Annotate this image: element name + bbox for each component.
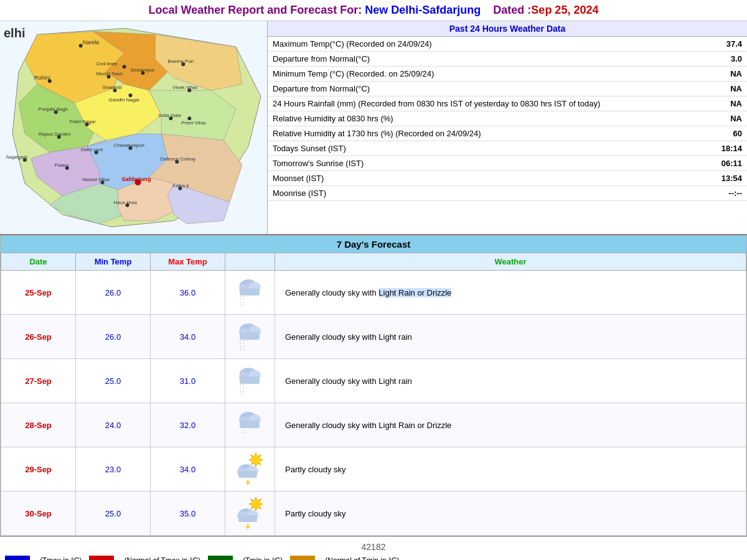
- forecast-max: 32.0: [151, 403, 225, 447]
- svg-text:Defence Colony: Defence Colony: [160, 156, 195, 162]
- svg-text:Model Town: Model Town: [96, 71, 123, 77]
- legend-color-box: [208, 556, 233, 560]
- weather-table-body: Maximum Temp(°C) (Recorded on 24/09/24)3…: [268, 37, 747, 201]
- forecast-max: 35.0: [151, 492, 225, 536]
- svg-text:Shalimar: Shalimar: [103, 85, 123, 90]
- svg-line-88: [259, 463, 261, 465]
- weather-row: Tomorrow's Sunrise (IST)06:11: [268, 156, 747, 171]
- forecast-icon: [225, 492, 275, 536]
- svg-text:Vasant Vihar: Vasant Vihar: [82, 177, 110, 182]
- svg-line-89: [259, 455, 261, 457]
- svg-text:India Gate: India Gate: [158, 113, 181, 118]
- weather-row-label: Departure from Normal(°C): [268, 82, 707, 96]
- forecast-date: 30-Sep: [1, 492, 76, 536]
- col-header-icon: [225, 253, 275, 271]
- map-label: elhi: [4, 26, 25, 40]
- svg-line-87: [251, 455, 253, 457]
- header-date: Sep 25, 2024: [531, 4, 598, 16]
- svg-point-15: [123, 65, 126, 68]
- forecast-max: 34.0: [151, 315, 225, 359]
- svg-text:: :: : :: [240, 345, 245, 351]
- forecast-row: 25-Sep26.036.0 : : : : Generally cloudy …: [1, 271, 746, 315]
- weather-row: Moonrise (IST)--:--: [268, 186, 747, 201]
- weather-row-value: 18:14: [707, 141, 747, 156]
- svg-text:Kaika ji: Kaika ji: [172, 183, 189, 189]
- svg-marker-109: [245, 523, 250, 530]
- svg-text:Civil lines: Civil lines: [96, 61, 118, 67]
- svg-text:: :: : :: [241, 428, 246, 434]
- forecast-description: Generally cloudy sky with Light Rain or …: [275, 403, 746, 447]
- svg-rect-94: [238, 471, 257, 478]
- svg-text:Hauz khas: Hauz khas: [114, 200, 138, 205]
- svg-text:Rohini: Rohini: [34, 75, 50, 81]
- weather-row-value: NA: [707, 67, 747, 82]
- svg-line-90: [251, 463, 253, 465]
- forecast-description: Generally cloudy sky with Light Rain or …: [275, 271, 746, 315]
- weather-row: Departure from Normal(°C)NA: [268, 82, 747, 96]
- forecast-date: 25-Sep: [1, 271, 76, 315]
- legend-label: (Tmin in °C): [243, 556, 283, 560]
- weather-row-value: NA: [707, 96, 747, 111]
- weather-row-label: Maximum Temp(°C) (Recorded on 24/09/24): [268, 37, 707, 52]
- forecast-icon: : : : :: [225, 271, 275, 315]
- weather-row-label: Departure from Normal(°C): [268, 52, 707, 67]
- forecast-description: Generally cloudy sky with Light rain: [275, 359, 746, 403]
- svg-text:: :: : :: [240, 294, 245, 301]
- weather-row-label: Minimum Temp (°C) (Recorded. on 25/09/24…: [268, 67, 707, 82]
- forecast-row: 27-Sep25.031.0 : : : : Generally cloudy …: [1, 359, 746, 403]
- weather-data-title: Past 24 Hours Weather Data: [268, 21, 747, 37]
- weather-row-label: Relative Humidity at 1730 hrs (%) (Recor…: [268, 126, 707, 141]
- weather-row: 24 Hours Rainfall (mm) (Recorded from 08…: [268, 96, 747, 111]
- svg-text:Seelampur: Seelampur: [131, 67, 155, 73]
- weather-data-panel: Past 24 Hours Weather Data Maximum Temp(…: [268, 21, 747, 234]
- svg-text:Delhi cant: Delhi cant: [81, 147, 103, 152]
- svg-text:Beema Puri: Beema Puri: [167, 58, 194, 64]
- legend-label: (Normal of Tmin in °C): [325, 556, 399, 560]
- weather-row: Relative Humidity at 1730 hrs (%) (Recor…: [268, 126, 747, 141]
- forecast-icon: : : : :: [225, 315, 275, 359]
- chart-section: 42182 (Tmax in °C)(Normal of Tmax in °C)…: [0, 536, 747, 560]
- col-header-date: Date: [1, 253, 76, 271]
- weather-row-value: 60: [707, 126, 747, 141]
- svg-text:Punjabi Bagh: Punjabi Bagh: [39, 106, 68, 112]
- forecast-min: 24.0: [76, 403, 151, 447]
- weather-row: Relative Humidity at 0830 hrs (%)NA: [268, 111, 747, 126]
- forecast-min: 25.0: [76, 492, 151, 536]
- weather-row-label: Tomorrow's Sunrise (IST): [268, 156, 707, 171]
- svg-text:Safdarjung: Safdarjung: [122, 176, 151, 182]
- forecast-icon: : : : :: [225, 359, 275, 403]
- forecast-table-body: 25-Sep26.036.0 : : : : Generally cloudy …: [1, 271, 746, 536]
- legend-color-box: [89, 556, 114, 560]
- weather-row-label: Todays Sunset (IST): [268, 141, 707, 156]
- weather-row-label: Moonrise (IST): [268, 186, 707, 201]
- svg-text:: :: : :: [240, 338, 245, 345]
- map-container: elhi Narela Civil lines Roh: [0, 21, 268, 234]
- svg-text:Chanakyapuri: Chanakyapuri: [114, 142, 144, 148]
- header-prefix: Local Weather Report and Forecast For:: [149, 4, 362, 16]
- forecast-description: Partly cloudy sky: [275, 447, 746, 492]
- top-section: elhi Narela Civil lines Roh: [0, 21, 747, 235]
- legend-label: (Tmax in °C): [40, 556, 82, 560]
- svg-line-101: [251, 499, 253, 501]
- forecast-row: 26-Sep26.034.0 : : : : Generally cloudy …: [1, 315, 746, 359]
- weather-row-label: 24 Hours Rainfall (mm) (Recorded from 08…: [268, 96, 707, 111]
- map-svg: Narela Civil lines Rohini Model Town See…: [0, 21, 267, 234]
- weather-table: Maximum Temp(°C) (Recorded on 24/09/24)3…: [268, 37, 747, 201]
- forecast-description: Generally cloudy sky with Light rain: [275, 315, 746, 359]
- header-location: New Delhi-Safdarjung: [365, 4, 481, 16]
- weather-row-value: NA: [707, 111, 747, 126]
- forecast-icon: : :: [225, 403, 275, 447]
- forecast-row: 28-Sep24.032.0 : : Generally cloudy sky …: [1, 403, 746, 447]
- svg-text:Patel Nagar: Patel Nagar: [70, 119, 96, 124]
- col-header-min: Min Temp: [76, 253, 151, 271]
- weather-row-value: NA: [707, 82, 747, 96]
- svg-text:Rajaut Garden: Rajaut Garden: [39, 131, 71, 137]
- svg-text:Gandhi Nagar: Gandhi Nagar: [109, 97, 140, 103]
- forecast-date: 27-Sep: [1, 359, 76, 403]
- forecast-max: 36.0: [151, 271, 225, 315]
- svg-line-103: [259, 499, 261, 501]
- svg-marker-95: [245, 478, 250, 485]
- legend-color-box: [290, 556, 315, 560]
- weather-row: Maximum Temp(°C) (Recorded on 24/09/24)3…: [268, 37, 747, 52]
- weather-row-label: Moonset (IST): [268, 171, 707, 186]
